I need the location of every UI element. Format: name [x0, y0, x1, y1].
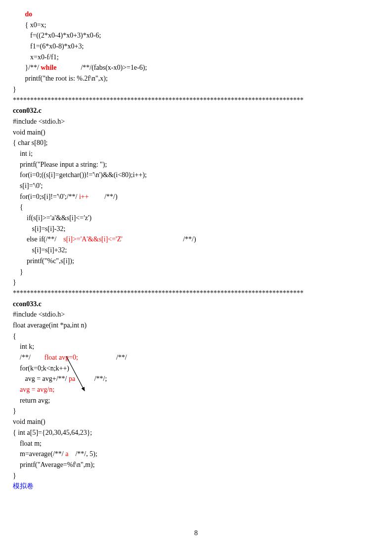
- code-line: printf("Average=%f\n",m);: [13, 460, 379, 470]
- code-line: {: [13, 202, 379, 213]
- code-text: }/**/: [13, 64, 41, 71]
- code-text: /**/): [123, 235, 196, 243]
- code-line: for(k=0;k<n;k++): [13, 363, 379, 374]
- file-title: ccon032.c: [13, 105, 379, 116]
- code-text: m=average(/**/: [13, 450, 65, 458]
- answer-text: float avg=0;: [44, 354, 78, 361]
- code-text: else if(/**/: [13, 235, 63, 243]
- code-line: }: [13, 84, 379, 95]
- code-line: }: [13, 267, 379, 278]
- code-text: avg = avg+/**/: [13, 375, 69, 382]
- code-text: /**/): [89, 193, 118, 200]
- code-line: void main(): [13, 127, 379, 138]
- answer-text: i++: [79, 193, 89, 200]
- separator-line: ****************************************…: [13, 288, 379, 299]
- code-line: f=((2*x0-4)*x0+3)*x0-6;: [13, 30, 379, 41]
- separator-line: ****************************************…: [13, 95, 379, 106]
- page-number: 8: [0, 529, 392, 537]
- code-line: #include <stdio.h>: [13, 309, 379, 320]
- code-line: }: [13, 406, 379, 416]
- code-line: s[i]='\0';: [13, 181, 379, 191]
- code-text: for(i=0;s[i]!='\0';/**/: [13, 193, 79, 200]
- code-line: f1=(6*x0-8)*x0+3;: [13, 41, 379, 52]
- code-text: /**/: [13, 354, 44, 361]
- code-line: }: [13, 277, 379, 288]
- keyword-while: while: [41, 64, 57, 71]
- code-text: /**/, 5);: [68, 450, 97, 458]
- code-line: x=x0-f/f1;: [13, 52, 379, 63]
- code-line: }: [13, 470, 379, 481]
- code-line: { int a[5]={20,30,45,64,23};: [13, 427, 379, 438]
- section-label: 模拟卷: [13, 481, 379, 492]
- code-line: if(s[i]>='a'&&s[i]<='z'): [13, 213, 379, 224]
- code-line: float average(int *pa,int n): [13, 320, 379, 331]
- code-line: int i;: [13, 148, 379, 159]
- code-line: float m;: [13, 438, 379, 449]
- code-line: else if(/**/ s[i]>='A'&&s[i]<='Z' /**/): [13, 234, 379, 245]
- code-line: /**/ float avg=0; /**/: [13, 352, 379, 363]
- code-line: void main(): [13, 416, 379, 427]
- code-line: { x0=x;: [13, 20, 379, 31]
- answer-text: pa: [69, 375, 75, 382]
- code-text: /**/(fabs(x-x0)>=1e-6);: [56, 64, 147, 71]
- answer-text: s[i]>='A'&&s[i]<='Z': [63, 235, 122, 243]
- code-line: printf("Please input a string: ");: [13, 159, 379, 170]
- code-line: m=average(/**/ a /**/, 5);: [13, 449, 379, 460]
- document-page: do { x0=x; f=((2*x0-4)*x0+3)*x0-6; f1=(6…: [0, 0, 392, 492]
- code-line: avg = avg+/**/ pa /**/;: [13, 373, 379, 384]
- code-line: { char s[80];: [13, 138, 379, 148]
- code-line: }/**/ while /**/(fabs(x-x0)>=1e-6);: [13, 62, 379, 73]
- code-line: do: [13, 9, 379, 20]
- code-line: return avg;: [13, 395, 379, 406]
- code-line: printf("the root is: %.2f\n",x);: [13, 73, 379, 84]
- code-line: printf("%c",s[i]);: [13, 256, 379, 267]
- code-text: /**/;: [75, 375, 107, 382]
- code-line: s[i]=s[i]-32;: [13, 224, 379, 234]
- code-line: {: [13, 331, 379, 342]
- code-line: int k;: [13, 341, 379, 352]
- code-line: for(i=0;s[i]!='\0';/**/ i++ /**/): [13, 191, 379, 202]
- code-line: s[i]=s[i]+32;: [13, 245, 379, 256]
- code-line: for(i=0;((s[i]=getchar())!='\n')&&(i<80)…: [13, 170, 379, 181]
- code-line: #include <stdio.h>: [13, 116, 379, 127]
- keyword-do: do: [13, 10, 32, 18]
- code-text: /**/: [78, 354, 127, 361]
- answer-line: avg = avg/n;: [13, 384, 379, 395]
- file-title: ccon033.c: [13, 299, 379, 310]
